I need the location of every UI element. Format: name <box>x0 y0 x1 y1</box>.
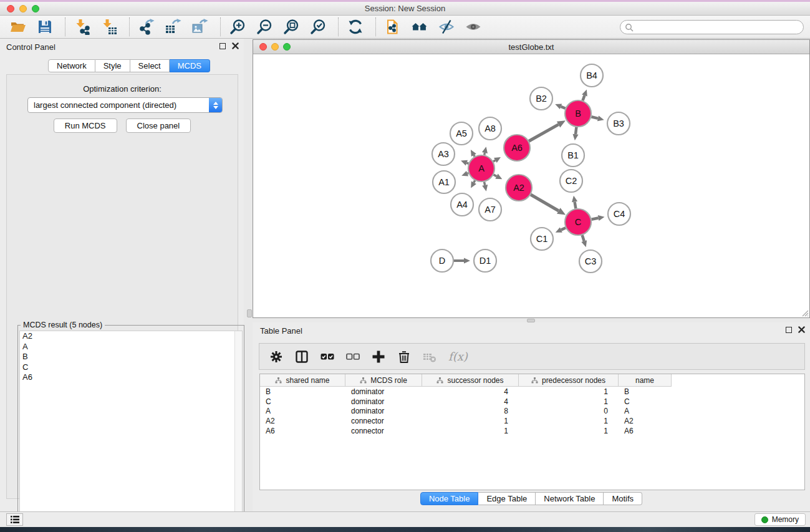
graph-node-B1[interactable]: B1 <box>562 144 584 167</box>
delete-table-icon[interactable] <box>423 350 436 364</box>
column-header-mcds-role[interactable]: MCDS role <box>345 374 422 387</box>
graph-edge-B-B3[interactable] <box>591 115 604 121</box>
graph-node-A3[interactable]: A3 <box>432 143 455 165</box>
graph-edge-A-A8[interactable] <box>482 147 488 155</box>
result-scrollbar[interactable] <box>234 331 242 530</box>
column-header-predecessor-nodes[interactable]: predecessor nodes <box>519 374 619 387</box>
table-row[interactable]: Cdominator41C <box>260 397 804 407</box>
close-window-button[interactable] <box>7 5 14 12</box>
graph-node-D[interactable]: D <box>431 249 453 272</box>
function-builder-icon[interactable]: f(x) <box>448 350 468 363</box>
graph-edge-A-A5[interactable] <box>471 150 476 157</box>
tab-network-table[interactable]: Network Table <box>536 492 604 505</box>
graph-edge-A2-C[interactable] <box>531 195 566 215</box>
zoom-selected-icon[interactable] <box>309 17 327 36</box>
column-header-name[interactable]: name <box>619 374 672 387</box>
table-row[interactable]: Adominator80A <box>260 406 804 416</box>
minimize-window-button[interactable] <box>19 5 27 12</box>
network-minimize-button[interactable] <box>271 43 279 51</box>
optimization-criterion-dropdown[interactable]: largest connected component (directed) <box>27 97 223 113</box>
save-session-icon[interactable] <box>36 17 54 36</box>
network-from-selection-icon[interactable] <box>383 17 402 36</box>
graph-edge-B-B4[interactable] <box>582 90 587 101</box>
refresh-icon[interactable] <box>346 17 365 36</box>
close-panel-icon[interactable] <box>232 42 239 49</box>
zoom-fit-icon[interactable] <box>282 17 301 36</box>
column-header-successor-nodes[interactable]: successor nodes <box>422 374 519 387</box>
graph-node-A4[interactable]: A4 <box>451 193 473 216</box>
vertical-splitter-grip[interactable] <box>247 309 252 317</box>
add-column-icon[interactable] <box>372 350 385 364</box>
graph-node-A2[interactable]: A2 <box>506 175 532 201</box>
memory-button[interactable]: Memory <box>755 513 806 526</box>
show-all-networks-icon[interactable] <box>410 17 429 36</box>
graph-node-C2[interactable]: C2 <box>560 170 582 192</box>
zoom-in-icon[interactable] <box>228 17 247 36</box>
graph-edge-B-B2[interactable] <box>555 104 565 110</box>
graph-node-A[interactable]: A <box>468 155 494 181</box>
tab-mcds[interactable]: MCDS <box>170 59 210 72</box>
table-row[interactable]: A6connector11A6 <box>260 426 804 436</box>
graph-node-B[interactable]: B <box>565 100 591 127</box>
export-image-icon[interactable] <box>191 17 210 36</box>
search-input[interactable] <box>634 22 803 33</box>
tab-style[interactable]: Style <box>95 59 130 72</box>
dropdown-stepper-icon[interactable] <box>209 98 222 112</box>
graph-edge-B-B1[interactable] <box>572 127 578 140</box>
export-table-icon[interactable] <box>164 17 183 36</box>
graph-node-A5[interactable]: A5 <box>450 122 473 145</box>
network-zoom-button[interactable] <box>283 43 291 51</box>
show-graphics-details-icon[interactable] <box>464 17 483 36</box>
graph-node-D1[interactable]: D1 <box>474 249 496 272</box>
network-canvas[interactable]: AA1A2A3A4A5A6A7A8BB1B2B3B4CC1C2C3C4DD1 <box>253 54 809 317</box>
graph-edge-A-A7[interactable] <box>482 182 488 191</box>
graph-edge-C-C3[interactable] <box>581 235 587 247</box>
hide-graphics-details-icon[interactable] <box>437 17 456 36</box>
graph-edge-D-D1[interactable] <box>454 258 470 263</box>
graph-node-A8[interactable]: A8 <box>479 117 501 140</box>
select-all-icon[interactable] <box>321 350 334 364</box>
graph-node-C[interactable]: C <box>565 209 591 235</box>
graph-edge-A-A3[interactable] <box>461 160 468 166</box>
close-panel-button[interactable]: Close panel <box>126 118 191 133</box>
table-row[interactable]: Bdominator41B <box>260 387 804 397</box>
graph-node-C1[interactable]: C1 <box>531 228 553 250</box>
graph-edge-A6-B[interactable] <box>529 120 566 141</box>
run-mcds-button[interactable]: Run MCDS <box>54 118 117 133</box>
graph-edge-A-A1[interactable] <box>461 171 468 177</box>
mcds-result-item[interactable]: A2 <box>20 331 242 342</box>
mcds-result-item[interactable]: A <box>20 342 242 352</box>
graph-node-A6[interactable]: A6 <box>504 135 530 161</box>
delete-column-trash-icon[interactable] <box>397 350 411 364</box>
tab-node-table[interactable]: Node Table <box>420 492 479 505</box>
close-table-panel-icon[interactable] <box>798 326 805 333</box>
import-table-icon[interactable] <box>100 17 118 36</box>
table-row[interactable]: A2connector11A2 <box>260 416 804 426</box>
graph-edge-C-C2[interactable] <box>572 196 577 209</box>
deselect-all-icon[interactable] <box>346 350 360 364</box>
zoom-window-button[interactable] <box>32 5 39 12</box>
graph-node-A1[interactable]: A1 <box>433 171 455 193</box>
graph-node-A7[interactable]: A7 <box>479 198 501 221</box>
graph-node-B3[interactable]: B3 <box>607 112 630 135</box>
mcds-result-item[interactable]: C <box>20 362 242 373</box>
graph-edge-A-A6[interactable] <box>493 157 501 163</box>
column-header-shared-name[interactable]: shared name <box>260 374 345 387</box>
tab-select[interactable]: Select <box>130 59 170 72</box>
float-panel-icon[interactable] <box>219 43 226 49</box>
zoom-out-icon[interactable] <box>255 17 274 36</box>
tab-motifs[interactable]: Motifs <box>604 492 642 505</box>
resize-grip-icon[interactable] <box>800 308 809 317</box>
open-session-icon[interactable] <box>9 17 27 36</box>
network-close-button[interactable] <box>259 43 267 51</box>
export-network-icon[interactable] <box>137 17 156 36</box>
graph-edge-C-C1[interactable] <box>556 227 566 232</box>
graph-edge-A-A4[interactable] <box>471 180 476 188</box>
column-selector-icon[interactable] <box>295 350 309 364</box>
graph-node-B4[interactable]: B4 <box>581 64 603 87</box>
task-history-button[interactable] <box>6 513 23 526</box>
mcds-result-item[interactable]: A6 <box>20 372 242 383</box>
table-settings-gear-icon[interactable] <box>269 350 283 364</box>
graph-node-B2[interactable]: B2 <box>530 87 552 110</box>
float-table-panel-icon[interactable] <box>786 327 792 333</box>
